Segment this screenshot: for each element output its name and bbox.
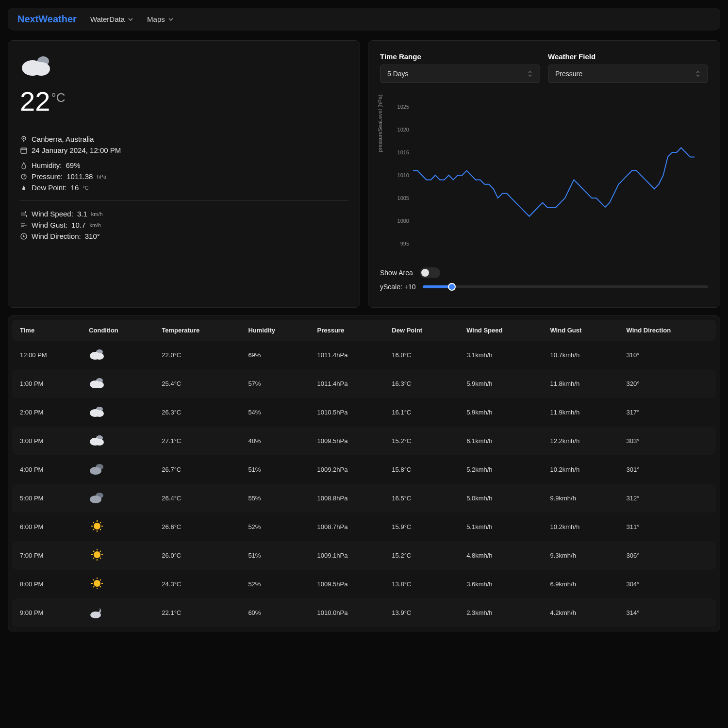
svg-point-49 [94,580,100,587]
nav-maps[interactable]: Maps [147,15,174,23]
table-cell: 1:00 PM [12,369,81,398]
table-cell: 52% [240,513,309,541]
select-value: 5 Days [387,70,409,78]
table-cell: 311° [619,513,716,541]
table-row: 1:00 PM25.4°C57%1011.4hPa16.3°C5.9kmh/h1… [12,369,716,398]
table-cell [81,484,154,513]
pressure-value: 1011.38 [66,172,93,181]
table-cell: 303° [619,427,716,455]
yscale-slider[interactable] [423,283,708,291]
humidity-label: Humidity: [32,161,62,169]
table-cell: 24.3°C [154,570,240,598]
svg-point-2 [33,62,50,76]
yscale-row: yScale: +10 [380,283,708,291]
svg-text:1005: 1005 [397,195,409,201]
location-text: Canberra, Australia [32,135,94,143]
table-cell: 8:00 PM [12,570,81,598]
table-cell: 4.8kmh/h [459,541,542,570]
table-cell: 2:00 PM [12,398,81,427]
table-cell: 51% [240,455,309,484]
svg-point-17 [95,353,104,360]
cloudy-icon [20,52,54,79]
table-cell: 1008.8hPa [309,484,384,513]
table-cell: 22.1°C [154,598,240,627]
nav-item-label: Maps [147,15,165,23]
svg-line-37 [100,529,101,530]
field-label: Weather Field [548,52,708,61]
table-row: 4:00 PM26.7°C51%1009.2hPa15.8°C5.2kmh/h1… [12,455,716,484]
dewpoint-icon [20,184,28,192]
table-cell: 1011.4hPa [309,341,384,369]
windspeed-unit: km/h [91,211,103,217]
showarea-toggle[interactable] [420,267,440,278]
nav-waterdata[interactable]: WaterData [90,15,133,23]
table-cell: 16.3°C [384,369,459,398]
chart-ylabel: pressureSeaLevel (hPa) [377,95,383,152]
svg-text:1010: 1010 [397,172,409,178]
svg-text:1000: 1000 [397,218,409,224]
table-cell: 6.1kmh/h [459,427,542,455]
table-cell: 1010.5hPa [309,398,384,427]
datetime-text: 24 January 2024, 12:00 PM [32,146,121,154]
table-row: 6:00 PM26.6°C52%1008.7hPa15.9°C5.1kmh/h1… [12,513,716,541]
svg-line-56 [100,579,101,580]
divider [20,126,348,126]
table-cell: 7:00 PM [12,541,81,570]
gust-icon [20,221,28,229]
windgust-value: 10.7 [71,221,85,229]
table-cell: 22.0°C [154,341,240,369]
table-cell: 5.9kmh/h [459,398,542,427]
table-cell: 306° [619,541,716,570]
table-cell: 60% [240,598,309,627]
table-cell: 16.1°C [384,398,459,427]
svg-line-38 [100,522,101,523]
svg-line-48 [93,558,94,559]
table-cell: 310° [619,341,716,369]
table-row: 8:00 PM24.3°C52%1009.5hPa13.8°C3.6kmh/h6… [12,570,716,598]
table-cell: 9:00 PM [12,598,81,627]
table-cell: 51% [240,541,309,570]
condition-icon [89,441,105,448]
humidity-value: 69% [66,161,81,169]
field-control: Weather Field Pressure [548,52,708,83]
table-cell [81,598,154,627]
table-cell: 320° [619,369,716,398]
table-cell: 1009.5hPa [309,570,384,598]
table-header: Dew Point [384,320,459,341]
svg-line-55 [100,586,101,587]
table-cell: 314° [619,598,716,627]
table-cell: 26.0°C [154,541,240,570]
table-cell: 5.9kmh/h [459,369,542,398]
condition-icon [89,384,105,391]
current-conditions-card: 22 °C Canberra, Australia 24 January 202… [8,40,360,308]
timerange-select[interactable]: 5 Days [380,65,540,83]
table-cell: 27.1°C [154,427,240,455]
humidity-row: Humidity: 69% [20,161,348,169]
table-cell: 52% [240,570,309,598]
yscale-label: yScale: +10 [380,283,416,291]
pressure-unit: hPa [97,174,106,180]
navbar: NextWeather WaterData Maps [8,8,720,31]
table-cell: 57% [240,369,309,398]
table-cell: 13.8°C [384,570,459,598]
table-cell: 312° [619,484,716,513]
table-cell: 6.9kmh/h [542,570,618,598]
table-cell: 26.3°C [154,398,240,427]
windgust-label: Wind Gust: [32,221,67,229]
table-row: 3:00 PM27.1°C48%1009.5hPa15.2°C6.1kmh/h1… [12,427,716,455]
table-cell: 15.2°C [384,541,459,570]
condition-icon [89,556,105,563]
table-cell: 11.9kmh/h [542,398,618,427]
windspeed-label: Wind Speed: [32,210,73,218]
svg-line-47 [100,551,101,552]
field-select[interactable]: Pressure [548,65,708,83]
svg-line-45 [93,551,94,552]
table-cell: 10.7kmh/h [542,341,618,369]
table-header: Time [12,320,81,341]
pressure-row: Pressure: 1011.38hPa [20,172,348,181]
table-cell: 4.2kmh/h [542,598,618,627]
windspeed-value: 3.1 [77,210,87,218]
brand-logo[interactable]: NextWeather [17,14,77,25]
condition-icon [89,527,105,534]
timerange-control: Time Range 5 Days [380,52,540,83]
